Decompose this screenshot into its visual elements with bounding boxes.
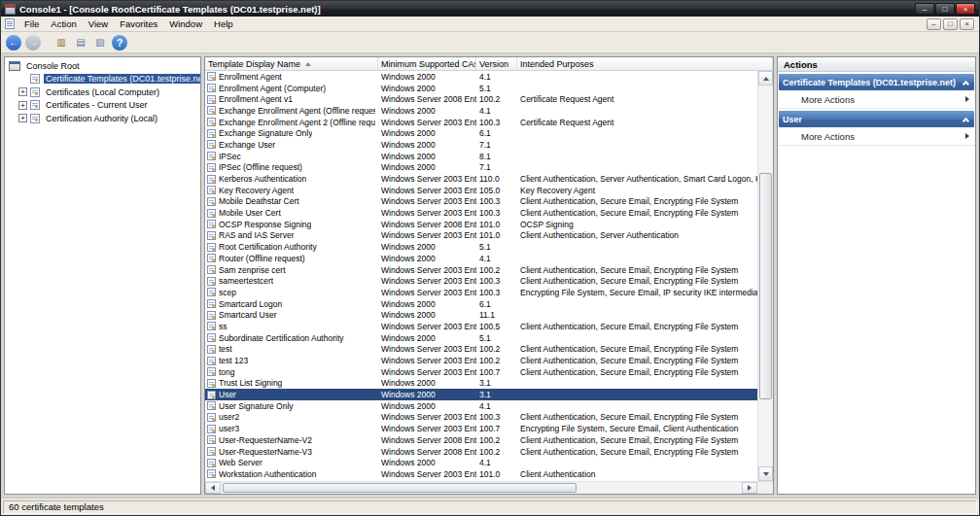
collapse-chevron-icon[interactable] [962,117,969,123]
template-version: 100.2 [476,434,517,446]
horizontal-scroll-thumb[interactable] [223,483,577,493]
title-bar[interactable]: Console1 - [Console Root\Certificate Tem… [1,1,979,17]
template-min-ca: Windows 2000 [378,105,476,117]
more-actions-user[interactable]: More Actions [778,127,975,146]
tree-root-item[interactable]: Console Root [5,59,200,73]
template-row[interactable]: test 123Windows Server 2003 Ent...100.2C… [205,355,757,366]
template-row[interactable]: tongWindows Server 2003 Ent...100.7Clien… [205,366,757,378]
scroll-right-button[interactable] [742,482,757,494]
collapse-chevron-icon[interactable] [962,80,969,86]
template-row[interactable]: Sam zenprise certWindows Server 2003 Ent… [205,264,757,276]
template-row[interactable]: user3Windows Server 2003 Ent...100.7Encr… [205,423,757,434]
template-purposes: Certificate Request Agent [517,117,757,128]
template-row[interactable]: Router (Offline request)Windows 20004.1 [205,253,757,264]
vertical-scrollbar[interactable] [757,71,773,481]
actions-section-header-user[interactable]: User [779,111,974,127]
template-row[interactable]: User Signature OnlyWindows 20004.1 [205,400,757,412]
template-name: Router (Offline request) [219,254,305,263]
child-restore-button[interactable]: □ [943,18,958,30]
expand-icon[interactable]: + [18,87,27,96]
tree-item[interactable]: +Certificates (Local Computer) [5,86,200,99]
template-name: Exchange Signature Only [219,128,312,138]
menu-file[interactable]: File [18,18,45,29]
column-header[interactable]: Version [476,57,517,70]
scroll-up-button[interactable] [758,71,773,86]
template-row[interactable]: Kerberos AuthenticationWindows Server 20… [205,173,757,185]
forward-icon[interactable]: → [25,35,41,51]
menu-favorites[interactable]: Favorites [114,18,163,29]
template-row[interactable]: Enrollment Agent (Computer)Windows 20005… [205,83,757,94]
template-row[interactable]: Exchange UserWindows 20007.1 [205,139,757,151]
expand-icon[interactable]: + [18,114,27,122]
column-header[interactable]: Intended Purposes [517,57,773,70]
template-row[interactable]: IPSec (Offline request)Windows 20007.1 [205,162,757,174]
template-row[interactable]: Smartcard UserWindows 200011.1 [205,309,757,321]
template-row[interactable]: sameertestcertWindows Server 2003 Ent...… [205,275,757,287]
template-row[interactable]: Enrollment Agent v1Windows Server 2008 E… [205,93,757,105]
close-button[interactable]: × [956,3,975,15]
template-name-cell: Trust List Signing [205,378,378,390]
show-console-tree-icon[interactable]: ▥ [53,35,69,51]
column-header[interactable]: Template Display Name [205,57,378,70]
template-row[interactable]: ssWindows Server 2003 Ent...100.5Client … [205,321,757,332]
certificate-template-icon [207,322,216,330]
template-row[interactable]: Smartcard LogonWindows 20006.1 [205,298,757,310]
child-minimize-button[interactable]: – [927,18,941,30]
template-row[interactable]: UserWindows 20003.1 [205,389,757,400]
template-row[interactable]: User-RequesterName-V3Windows Server 2008… [205,446,757,458]
template-row[interactable]: Key Recovery AgentWindows Server 2003 En… [205,185,757,196]
template-name-cell: test [205,344,378,356]
template-row[interactable]: Web ServerWindows 20004.1 [205,457,757,468]
template-row[interactable]: User-RequesterName-V2Windows Server 2008… [205,434,757,446]
template-row[interactable]: OCSP Response SigningWindows Server 2008… [205,219,757,230]
template-row[interactable]: Root Certification AuthorityWindows 2000… [205,241,757,253]
template-row[interactable]: Mobile Deathstar CertWindows Server 2003… [205,196,757,208]
window-title: Console1 - [Console Root\Certificate Tem… [19,4,915,15]
child-close-button[interactable]: × [960,18,974,30]
horizontal-scrollbar[interactable] [205,482,757,494]
expand-icon[interactable]: + [18,101,27,110]
template-row[interactable]: scepWindows Server 2003 Ent...100.3Encry… [205,287,757,298]
horizontal-scroll-track[interactable] [221,482,742,494]
console-window-icon[interactable]: ▧ [92,35,108,51]
tree-item[interactable]: +Certification Authority (Local) [5,112,200,125]
template-row[interactable]: Exchange Signature OnlyWindows 20006.1 [205,127,757,139]
template-row[interactable]: Mobile User CertWindows Server 2003 Ent.… [205,207,757,219]
menu-window[interactable]: Window [163,18,208,29]
scroll-down-button[interactable] [758,466,773,481]
vertical-scroll-track[interactable] [758,86,773,466]
help-icon[interactable]: ? [112,35,127,51]
menu-help[interactable]: Help [208,18,239,29]
vertical-scroll-thumb[interactable] [759,173,772,399]
template-row[interactable]: RAS and IAS ServerWindows Server 2003 En… [205,230,757,242]
template-version: 100.3 [476,287,517,298]
maximize-button[interactable]: □ [935,3,955,15]
template-version: 3.1 [476,378,517,390]
more-actions-certificate-templates[interactable]: More Actions [778,90,975,109]
template-row[interactable]: Subordinate Certification AuthorityWindo… [205,332,757,344]
template-row[interactable]: testWindows Server 2003 Ent...100.2Clien… [205,344,757,356]
template-row[interactable]: Workstation AuthenticationWindows Server… [205,468,757,480]
template-row[interactable]: IPSecWindows 20008.1 [205,151,757,162]
template-purposes: Client Authentication, Secure Email, Enc… [517,366,757,378]
tree-item[interactable]: Certificate Templates (DC01.testprise.ne… [5,73,200,86]
template-row[interactable]: user2Windows Server 2003 Ent...100.3Clie… [205,412,757,424]
export-list-icon[interactable]: ▤ [73,35,88,51]
template-row[interactable]: Exchange Enrollment Agent (Offline reque… [205,105,757,117]
template-row[interactable]: Enrollment AgentWindows 20004.1 [205,71,757,83]
back-icon[interactable]: ← [6,35,21,51]
menu-view[interactable]: View [83,18,114,29]
scrollbar-corner [757,482,773,494]
column-header[interactable]: Minimum Supported CAs [378,57,476,70]
template-purposes [517,71,757,83]
template-name: Exchange User [219,140,275,150]
template-version: 4.1 [476,253,517,264]
menu-action[interactable]: Action [45,18,82,29]
tree-item[interactable]: +Certificates - Current User [5,99,200,113]
actions-section-header-certificate-templates[interactable]: Certificate Templates (DC01.testprise.ne… [779,74,974,90]
template-name: User-RequesterName-V3 [219,447,312,457]
minimize-button[interactable]: – [915,3,934,15]
template-row[interactable]: Trust List SigningWindows 20003.1 [205,378,757,390]
scroll-left-button[interactable] [205,482,221,494]
template-row[interactable]: Exchange Enrollment Agent 2 (Offline req… [205,117,757,128]
